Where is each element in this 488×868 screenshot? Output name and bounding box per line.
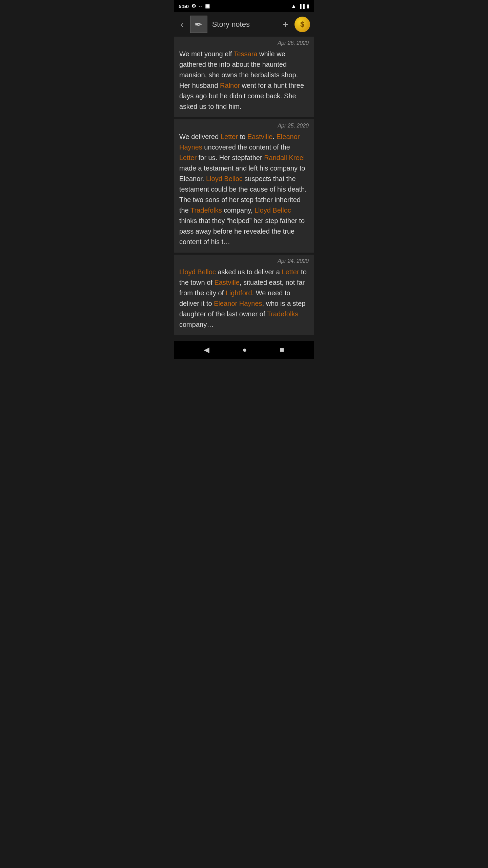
add-button[interactable]: + [280,17,291,32]
app-bar: ‹ ✒ Story notes + $ [174,12,314,37]
note-card-0[interactable]: Apr 26, 2020We met young elf Tessara whi… [174,37,314,117]
page-title: Story notes [212,20,277,29]
note-date-1: Apr 25, 2020 [179,123,309,129]
back-button[interactable]: ‹ [178,18,186,31]
coin-button[interactable]: $ [294,17,310,32]
settings-icon [191,3,196,9]
signal-icon: ▐▐ [299,4,305,9]
note-text-2: Lloyd Belloc asked us to deliver a Lette… [179,267,309,330]
note-card-1[interactable]: Apr 25, 2020We delivered Letter to Eastv… [174,119,314,253]
note-date-0: Apr 26, 2020 [179,40,309,46]
battery-icon: ▮ [307,3,309,9]
nav-back-button[interactable]: ◀ [204,346,209,354]
note-date-2: Apr 24, 2020 [179,258,309,264]
nav-home-button[interactable]: ● [242,346,247,354]
navigation-bar: ◀ ● ■ [174,341,314,359]
dots-icon: ·· [199,4,202,9]
note-text-1: We delivered Letter to Eastville. Eleano… [179,132,309,247]
notes-list: Apr 26, 2020We met young elf Tessara whi… [174,37,314,341]
clipboard-icon: ▣ [205,3,210,9]
clock: 5:50 [179,3,189,9]
nav-recent-button[interactable]: ■ [280,346,284,354]
note-text-0: We met young elf Tessara while we gather… [179,49,309,112]
note-card-2[interactable]: Apr 24, 2020Lloyd Belloc asked us to del… [174,255,314,335]
wifi-icon: ▲ [291,3,297,9]
app-logo: ✒ [190,16,207,33]
status-bar: 5:50 ·· ▣ ▲ ▐▐ ▮ [174,0,314,12]
